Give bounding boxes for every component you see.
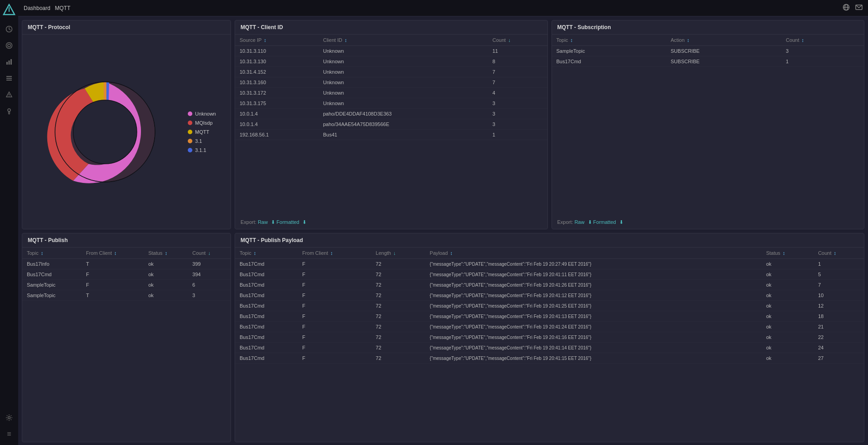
table-row: 10.0.1.4 paho/34AAE54A75D839566E 3 [235,119,547,130]
clientid-col-clientid[interactable]: Client ID ↕ [318,35,488,46]
cell-length: 72 [371,290,425,301]
publish-panel-content: Topic ↕ From Client ↕ Status ↕ Count ↓ B… [22,248,231,442]
pay-col-count[interactable]: Count ↕ [813,248,864,259]
cell-status: ok [762,259,813,269]
cell-payload: {"messageType":"UPDATE","messageContent"… [425,332,762,343]
cell-payload: {"messageType":"UPDATE","messageContent"… [425,259,762,269]
chart-legend: Unknown MQIsdp MQTT [188,111,216,153]
clientid-table-scroll[interactable]: Source IP ↕ Client ID ↕ Count ↓ 10.31.3.… [235,35,547,216]
cell-length: 72 [371,269,425,280]
overview-nav-icon[interactable] [2,38,16,53]
chart-nav-icon[interactable] [2,55,16,69]
table-row: Bus17Cmd F 72 {"messageType":"UPDATE","m… [235,311,864,322]
top-row: MQTT - Protocol [22,20,864,229]
cell-topic: Bus17Cmd [235,259,298,269]
table-row: Bus17Cmd F 72 {"messageType":"UPDATE","m… [235,301,864,311]
sidebar: ≡ [0,0,18,445]
sub-col-count[interactable]: Count ↕ [781,35,864,46]
clientid-export-raw[interactable]: Raw [258,219,268,225]
clock-nav-icon[interactable] [2,22,16,36]
pay-col-topic[interactable]: Topic ↕ [235,248,298,259]
clientid-col-sourceip[interactable]: Source IP ↕ [235,35,318,46]
cell-action: SUBSCRIBE [666,56,781,67]
legend-dot-311 [188,148,192,152]
legend-item-31: 3.1 [188,138,216,144]
subscription-export-label: Export: [557,219,573,225]
app-logo[interactable] [3,4,15,16]
sub-col-action[interactable]: Action ↕ [666,35,781,46]
subscription-export-formatted[interactable]: Formatted [593,219,616,225]
legend-label-31: 3.1 [195,138,202,144]
cell-status: ok [762,290,813,301]
cell-length: 72 [371,332,425,343]
table-row: Bus17Cmd F 72 {"messageType":"UPDATE","m… [235,269,864,280]
pub-col-topic[interactable]: Topic ↕ [22,248,81,259]
mail-icon[interactable] [855,4,863,12]
cell-from-client: F [298,269,371,280]
legend-item-311: 3.1.1 [188,147,216,153]
table-row: Bus17Cmd F 72 {"messageType":"UPDATE","m… [235,280,864,290]
pub-col-status[interactable]: Status ↕ [144,248,188,259]
cell-length: 72 [371,322,425,332]
pay-col-payload[interactable]: Payload ↕ [425,248,762,259]
cell-payload: {"messageType":"UPDATE","messageContent"… [425,311,762,322]
pay-col-fromclient[interactable]: From Client ↕ [298,248,371,259]
svg-rect-10 [6,80,12,81]
table-row: Bus17Cmd F 72 {"messageType":"UPDATE","m… [235,332,864,343]
bottom-row: MQTT - Publish Topic ↕ From Client ↕ Sta… [22,233,864,442]
cell-source-ip: 10.31.4.152 [235,67,318,77]
menu-bottom-icon[interactable]: ≡ [2,427,16,441]
globe-icon[interactable] [843,4,850,12]
cell-count: 1 [813,259,864,269]
cell-topic: Bus17Cmd [235,280,298,290]
table-row: Bus17Cmd F ok 394 [22,269,231,280]
pin-nav-icon[interactable] [2,104,16,118]
protocol-panel-title: MQTT - Protocol [22,20,231,35]
clientid-export-label: Export: [241,219,256,225]
legend-item-mqisdp: MQIsdp [188,120,216,126]
cell-status: ok [144,259,188,269]
pub-col-fromclient[interactable]: From Client ↕ [81,248,144,259]
segment-311 [106,82,109,100]
pay-col-length[interactable]: Length ↓ [371,248,425,259]
cell-from-client: F [298,343,371,353]
clientid-col-count[interactable]: Count ↓ [488,35,547,46]
payload-table-scroll[interactable]: Topic ↕ From Client ↕ Length ↓ Payload ↕… [235,248,864,442]
cell-payload: {"messageType":"UPDATE","messageContent"… [425,269,762,280]
list-nav-icon[interactable] [2,71,16,86]
svg-point-3 [6,43,12,49]
clientid-export-formatted[interactable]: Formatted [276,219,299,225]
table-row: 10.31.3.172 Unknown 4 [235,88,547,98]
cell-status: ok [762,311,813,322]
cell-topic: Bus17Cmd [235,343,298,353]
settings-nav-icon[interactable] [2,410,16,425]
legend-label-unknown: Unknown [195,111,216,116]
cell-source-ip: 10.0.1.4 [235,119,318,130]
pub-col-count[interactable]: Count ↓ [188,248,231,259]
cell-topic: Bus17Cmd [235,290,298,301]
table-row: Bus17Cmd F 72 {"messageType":"UPDATE","m… [235,353,864,364]
cell-topic: Bus17Cmd [22,269,81,280]
publish-table-scroll[interactable]: Topic ↕ From Client ↕ Status ↕ Count ↓ B… [22,248,231,442]
cell-payload: {"messageType":"UPDATE","messageContent"… [425,322,762,332]
subscription-panel: MQTT - Subscription Topic ↕ Action ↕ Cou… [552,20,865,229]
subscription-table: Topic ↕ Action ↕ Count ↕ SampleTopic SUB… [552,35,864,67]
alert-nav-icon[interactable] [2,87,16,102]
table-row: 10.31.3.160 Unknown 7 [235,77,547,88]
pay-col-status[interactable]: Status ↕ [762,248,813,259]
sub-col-topic[interactable]: Topic ↕ [552,35,667,46]
cell-source-ip: 10.31.3.175 [235,98,318,109]
cell-payload: {"messageType":"UPDATE","messageContent"… [425,353,762,364]
cell-status: ok [144,269,188,280]
payload-table: Topic ↕ From Client ↕ Length ↓ Payload ↕… [235,248,864,364]
table-row: Bus17Cmd F 72 {"messageType":"UPDATE","m… [235,259,864,269]
cell-length: 72 [371,259,425,269]
table-row: Bus17Cmd SUBSCRIBE 1 [552,56,864,67]
cell-topic: SampleTopic [22,290,81,301]
clientid-panel-content: Source IP ↕ Client ID ↕ Count ↓ 10.31.3.… [235,35,547,216]
subscription-table-scroll[interactable]: Topic ↕ Action ↕ Count ↕ SampleTopic SUB… [552,35,864,216]
segment-31 [104,82,106,100]
subscription-export-raw[interactable]: Raw [574,219,584,225]
cell-count: 11 [488,46,547,56]
subscription-panel-title: MQTT - Subscription [552,20,864,35]
